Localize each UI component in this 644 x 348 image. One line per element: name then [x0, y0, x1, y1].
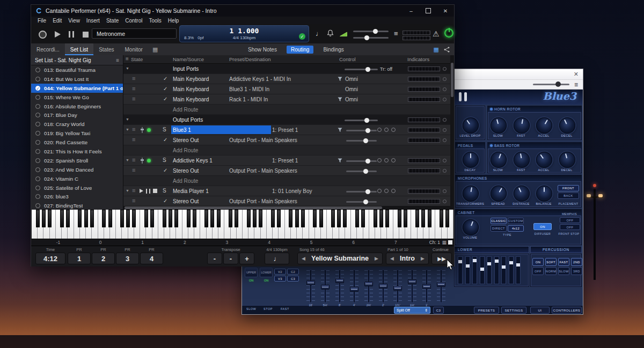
ui-button[interactable]: UI: [530, 307, 550, 314]
scrollbar-thumb[interactable]: [451, 63, 453, 97]
fader-icon[interactable]: [140, 158, 144, 164]
black-key[interactable]: [102, 210, 106, 227]
fader-handle[interactable]: [437, 282, 445, 287]
black-key[interactable]: [415, 210, 419, 227]
column-header-preset-destination[interactable]: Preset/Destination: [229, 56, 271, 62]
black-key[interactable]: [355, 210, 359, 227]
table-view-icon[interactable]: ▦: [434, 47, 439, 53]
pause-button[interactable]: [65, 29, 77, 39]
enabled-check-icon[interactable]: ✓: [163, 96, 167, 102]
perc-on-button[interactable]: ON: [532, 258, 544, 266]
route-point-icon[interactable]: [384, 128, 389, 132]
placement-front-button[interactable]: FRONT: [558, 185, 579, 191]
black-key[interactable]: [150, 210, 154, 227]
routing-row-route[interactable]: ≡✓Main KeyboardRack 1 - MIDI InOmni: [123, 94, 451, 105]
black-key[interactable]: [440, 210, 443, 227]
pr-button-4[interactable]: 4: [140, 253, 163, 264]
close-button[interactable]: ✕: [437, 5, 454, 17]
tab-monitor[interactable]: Monitor: [120, 43, 148, 55]
perc-soft-button[interactable]: SOFT: [545, 258, 557, 266]
black-key[interactable]: [169, 210, 172, 227]
perc-fast-button[interactable]: FAST: [558, 258, 569, 266]
setlist-menu-icon[interactable]: ≡: [116, 57, 119, 63]
power-on-led[interactable]: [147, 159, 151, 162]
black-key[interactable]: [445, 210, 449, 227]
fader-track[interactable]: [412, 270, 413, 302]
add-route-link[interactable]: Add Route: [173, 178, 198, 184]
black-key[interactable]: [42, 210, 46, 227]
black-key[interactable]: [84, 210, 88, 227]
drag-handle-icon[interactable]: ≡: [132, 86, 135, 92]
view-bindings[interactable]: Bindings: [319, 46, 348, 54]
setlist-item[interactable]: 027: BindingTest: [31, 201, 123, 210]
setlist-item[interactable]: 016: Absolute Beginners: [31, 102, 123, 111]
grid-view-icon[interactable]: ▦: [152, 46, 158, 53]
play-icon[interactable]: [140, 189, 143, 193]
route-point-icon[interactable]: [391, 189, 396, 193]
setlist-item[interactable]: 014: But We Lost It: [31, 75, 123, 84]
pedals-decay-knob[interactable]: [463, 152, 479, 168]
black-key[interactable]: [174, 210, 178, 227]
gain-slider[interactable]: [346, 140, 377, 142]
slider-knob[interactable]: [365, 159, 370, 164]
route-point-icon[interactable]: [384, 189, 389, 193]
voice-c3-button[interactable]: C3: [287, 276, 299, 282]
enabled-check-icon[interactable]: ✓: [163, 198, 167, 204]
pr-button-1[interactable]: 1: [68, 253, 91, 264]
pr-button-2[interactable]: 2: [92, 253, 115, 264]
fader-handle[interactable]: [422, 284, 431, 289]
menu-tools[interactable]: Tools: [145, 18, 164, 24]
close-icon[interactable]: ✕: [574, 71, 579, 78]
setlist-item[interactable]: 020: Red Cassette: [31, 138, 123, 147]
tab-set-list[interactable]: Set List: [65, 43, 93, 55]
routing-row-media[interactable]: ▼≡SMedia Player 11: 01 Lonely Boy: [123, 186, 451, 196]
plugin-menu-icon[interactable]: ≡: [574, 82, 578, 88]
menu-insert[interactable]: Insert: [83, 18, 103, 24]
direct-button[interactable]: DIRECT: [491, 225, 507, 232]
route-point-icon[interactable]: [377, 128, 382, 132]
diffuser-on-button[interactable]: ON: [533, 223, 552, 230]
slider-knob[interactable]: [555, 82, 561, 87]
fader-handle[interactable]: [393, 286, 402, 291]
fader-handle[interactable]: [306, 280, 315, 285]
black-key[interactable]: [247, 210, 251, 227]
routing-row-route[interactable]: ≡✓Main KeyboardBlue3 1 - MIDI InOmni: [123, 84, 451, 94]
black-key[interactable]: [331, 210, 335, 227]
menu-view[interactable]: View: [65, 18, 83, 24]
bell-icon[interactable]: [327, 29, 334, 37]
drawbar[interactable]: [472, 256, 477, 284]
perc-3rd-button[interactable]: 3RD: [571, 267, 582, 275]
maximize-button[interactable]: [420, 5, 437, 17]
classic-button[interactable]: CLASSIC: [491, 218, 507, 224]
route-point-icon[interactable]: [391, 158, 396, 162]
black-key[interactable]: [337, 210, 341, 227]
route-point-icon[interactable]: [391, 128, 396, 132]
black-key[interactable]: [421, 210, 425, 227]
black-key[interactable]: [343, 210, 347, 227]
gain-slider[interactable]: [346, 201, 377, 203]
perc-off-button[interactable]: OFF: [532, 267, 544, 275]
midi-channel-filter[interactable]: Omni: [345, 97, 358, 102]
voice-v2-button[interactable]: V2: [274, 269, 286, 275]
black-key[interactable]: [289, 210, 292, 227]
column-header-control[interactable]: Control: [339, 56, 356, 62]
fader-handle[interactable]: [379, 284, 387, 288]
upper-manual-pad[interactable]: UPPER: [245, 268, 258, 277]
menu-state[interactable]: State: [103, 18, 122, 24]
menu-file[interactable]: File: [34, 18, 49, 24]
fader-handle[interactable]: [335, 278, 344, 283]
metronome-note-icon[interactable]: ♩: [316, 30, 323, 37]
midi-filter-icon[interactable]: [338, 158, 342, 163]
black-key[interactable]: [361, 210, 365, 227]
setlist-item[interactable]: 023: And We Danced: [31, 165, 123, 174]
add-route-link[interactable]: Add Route: [173, 107, 198, 113]
split-key-button[interactable]: C3: [433, 307, 444, 314]
routing-row-add[interactable]: Add Route: [123, 145, 451, 156]
routing-row-plugin[interactable]: ▼≡SAddictive Keys 11: Preset 1: [123, 156, 451, 166]
route-point-icon[interactable]: [377, 189, 382, 193]
placement-back-button[interactable]: BACK: [558, 192, 579, 199]
perc-2nd-button[interactable]: 2ND: [571, 258, 582, 266]
black-key[interactable]: [126, 210, 130, 227]
routing-row-group[interactable]: ▼Output Ports: [123, 115, 451, 125]
black-key[interactable]: [301, 210, 305, 227]
